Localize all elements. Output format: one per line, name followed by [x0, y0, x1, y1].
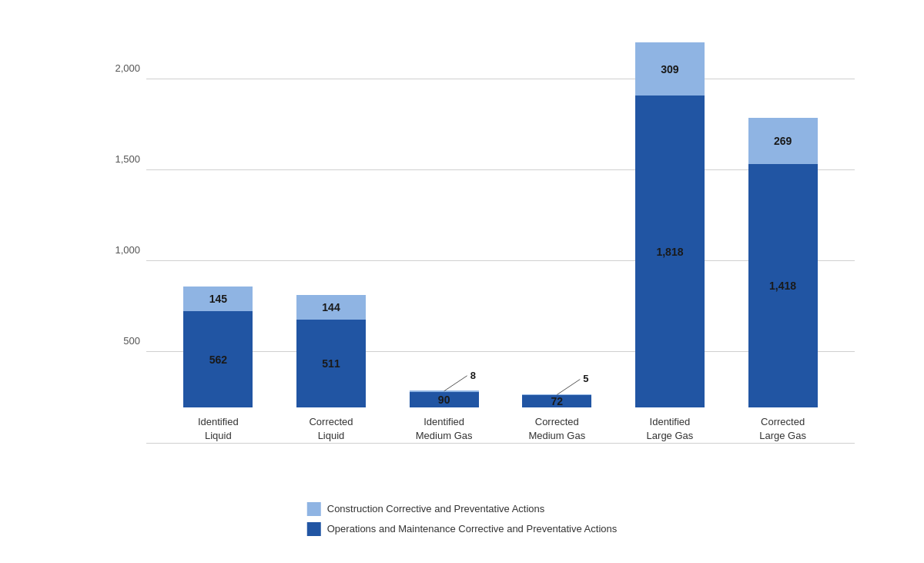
chart-area: 5001,0001,5002,000 145562IdentifiedLiqui… — [100, 43, 855, 444]
legend-label-operations: Operations and Maintenance Corrective an… — [327, 523, 618, 535]
x-label-identified-medium-gas: IdentifiedMedium Gas — [416, 415, 473, 443]
legend-swatch-construction — [307, 502, 321, 516]
legend-item-construction: Construction Corrective and Preventative… — [307, 502, 545, 516]
construction-segment-corrected-liquid: 144 — [296, 295, 366, 320]
bar-group-identified-medium-gas: 90IdentifiedMedium Gas — [410, 390, 479, 443]
y-axis-label: 1,000 — [115, 244, 140, 256]
y-axis: 5001,0001,5002,000 — [100, 43, 146, 444]
chart-container: 5001,0001,5002,000 145562IdentifiedLiqui… — [38, 20, 886, 544]
operations-label-corrected-medium-gas: 72 — [551, 395, 564, 407]
legend-label-construction: Construction Corrective and Preventative… — [327, 503, 545, 514]
construction-segment-corrected-large-gas: 269 — [748, 118, 818, 164]
operations-segment-identified-liquid: 562 — [183, 311, 253, 407]
y-axis-label: 2,000 — [115, 62, 140, 73]
operations-segment-identified-large-gas: 1,818 — [635, 96, 705, 407]
construction-segment-identified-large-gas: 309 — [635, 42, 705, 96]
x-label-corrected-large-gas: CorrectedLarge Gas — [759, 415, 806, 443]
operations-label-corrected-large-gas: 1,418 — [769, 280, 796, 292]
operations-segment-identified-medium-gas: 90 — [410, 392, 479, 407]
bar-wrapper-identified-liquid: 145562 — [183, 287, 253, 407]
construction-segment-identified-liquid: 145 — [183, 287, 253, 311]
construction-label-corrected-liquid: 144 — [322, 301, 340, 313]
bar-wrapper-corrected-liquid: 144511 — [296, 295, 366, 407]
operations-label-identified-medium-gas: 90 — [438, 394, 450, 406]
operations-label-identified-liquid: 562 — [209, 354, 227, 366]
bar-group-corrected-medium-gas: 72CorrectedMedium Gas — [522, 394, 591, 444]
bars-container: 145562IdentifiedLiquid144511CorrectedLiq… — [146, 43, 855, 444]
bar-wrapper-identified-medium-gas: 90 — [410, 390, 479, 407]
bar-group-corrected-large-gas: 2691,418CorrectedLarge Gas — [748, 118, 818, 443]
bar-wrapper-corrected-medium-gas: 72 — [522, 394, 591, 407]
construction-label-identified-liquid: 145 — [209, 293, 227, 305]
x-label-corrected-liquid: CorrectedLiquid — [309, 415, 353, 443]
x-label-identified-large-gas: IdentifiedLarge Gas — [647, 415, 694, 443]
x-label-identified-liquid: IdentifiedLiquid — [198, 415, 239, 443]
operations-label-corrected-liquid: 511 — [322, 357, 340, 370]
legend: Construction Corrective and Preventative… — [307, 502, 618, 536]
operations-label-identified-large-gas: 1,818 — [656, 246, 683, 258]
construction-label-identified-large-gas: 309 — [661, 63, 678, 75]
operations-segment-corrected-liquid: 511 — [296, 320, 366, 407]
y-axis-label: 1,500 — [115, 152, 140, 164]
operations-segment-corrected-medium-gas: 72 — [522, 395, 591, 407]
construction-label-corrected-large-gas: 269 — [774, 135, 792, 147]
y-axis-label: 500 — [123, 335, 140, 347]
bar-group-identified-large-gas: 3091,818IdentifiedLarge Gas — [635, 42, 705, 443]
bar-group-identified-liquid: 145562IdentifiedLiquid — [183, 287, 253, 444]
bar-group-corrected-liquid: 144511CorrectedLiquid — [296, 295, 366, 443]
bar-wrapper-corrected-large-gas: 2691,418 — [748, 118, 818, 407]
operations-segment-corrected-large-gas: 1,418 — [748, 164, 818, 407]
legend-item-operations: Operations and Maintenance Corrective an… — [307, 522, 618, 536]
x-label-corrected-medium-gas: CorrectedMedium Gas — [528, 415, 585, 443]
bar-wrapper-identified-large-gas: 3091,818 — [635, 42, 705, 407]
legend-swatch-operations — [307, 522, 321, 536]
